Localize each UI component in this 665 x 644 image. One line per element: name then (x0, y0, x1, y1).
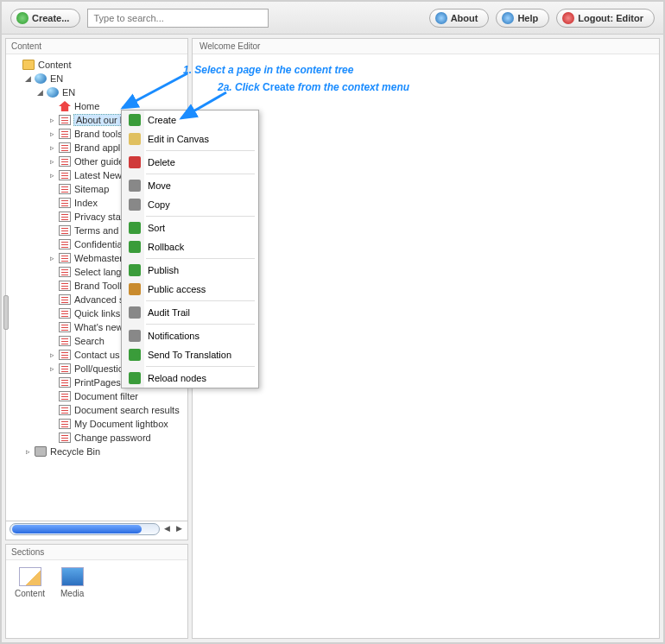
context-menu-item[interactable]: Publish (122, 261, 258, 280)
page-icon (59, 142, 71, 153)
tree-item-label: Home (73, 101, 100, 111)
expand-arrow-icon[interactable]: ◢ (35, 88, 44, 97)
menu-item-icon (129, 349, 141, 361)
page-icon (59, 308, 71, 319)
context-menu-item[interactable]: Copy (122, 195, 258, 214)
page-icon (59, 336, 71, 346)
context-menu-item[interactable]: Rollback (122, 237, 258, 256)
welcome-panel: Welcome Editor (192, 38, 660, 639)
search-input[interactable] (87, 9, 269, 28)
tree-row[interactable]: Change password (8, 431, 186, 445)
menu-item-icon (129, 241, 141, 253)
menu-item-icon (129, 180, 141, 192)
menu-item-icon (129, 330, 141, 342)
tree-row[interactable]: ▹Recycle Bin (8, 445, 186, 458)
create-label: Create... (32, 13, 69, 23)
menu-item-label: Sort (148, 223, 165, 233)
expand-arrow-icon[interactable]: ▹ (48, 254, 56, 262)
menu-separator (146, 174, 255, 174)
content-section-icon (19, 567, 41, 586)
context-menu-item[interactable]: Send To Translation (122, 345, 258, 364)
menu-item-label: Publish (148, 265, 179, 275)
page-icon (59, 267, 71, 277)
about-label: About (451, 13, 478, 23)
context-menu-item[interactable]: Delete (122, 153, 258, 172)
context-menu-item[interactable]: Audit Trail (122, 303, 258, 322)
tree-item-label: Brand tools (73, 129, 124, 139)
help-icon (502, 12, 514, 24)
logout-label: Logout: Editor (578, 13, 643, 23)
expand-arrow-icon[interactable]: ▹ (23, 447, 32, 456)
context-menu-item[interactable]: Sort (122, 218, 258, 237)
page-icon (59, 391, 71, 401)
menu-item-icon (129, 156, 141, 168)
expand-arrow-icon[interactable]: ▹ (48, 143, 56, 152)
menu-item-icon (129, 114, 141, 126)
home-icon (59, 101, 71, 111)
tree-hscroll[interactable]: ◀ ▶ (6, 521, 187, 536)
section-media-label: Media (60, 589, 84, 598)
hscroll-right-icon[interactable]: ▶ (174, 524, 184, 534)
tree-row[interactable]: Content (8, 58, 186, 72)
expand-arrow-icon[interactable]: ▹ (48, 171, 56, 180)
page-icon (59, 212, 71, 222)
section-content-label: Content (15, 589, 45, 598)
menu-item-icon (129, 306, 141, 319)
tree-item-label: EN (61, 87, 76, 98)
annotation-step2: 2a. Click Create from the context menu (218, 81, 409, 93)
tree-item-label: PrintPages (73, 377, 122, 388)
page-icon (59, 253, 71, 263)
about-button[interactable]: About (429, 9, 490, 28)
right-column: Welcome Editor (192, 38, 660, 639)
hscroll-thumb[interactable] (12, 525, 142, 534)
tree-item-label: EN (49, 73, 64, 84)
help-button[interactable]: Help (496, 9, 549, 28)
tree-item-label: Document filter (73, 391, 139, 401)
menu-item-label: Notifications (148, 331, 200, 341)
expand-arrow-icon[interactable]: ▹ (48, 116, 56, 124)
menu-item-label: Audit Trail (148, 307, 190, 318)
page-icon (59, 294, 71, 305)
context-menu-item[interactable]: Move (122, 176, 258, 195)
expand-arrow-icon[interactable]: ▹ (48, 350, 56, 359)
plus-icon (16, 12, 28, 24)
sections-body: Content Media (6, 560, 187, 605)
create-button[interactable]: Create... (10, 9, 80, 28)
context-menu[interactable]: CreateEdit in CanvasDeleteMoveCopySortRo… (121, 110, 259, 388)
menu-separator (146, 216, 255, 217)
tree-item-label: Sitemap (73, 184, 110, 194)
tree-row[interactable]: Document filter (8, 389, 186, 403)
menu-item-icon (129, 264, 141, 276)
context-menu-item[interactable]: Notifications (122, 326, 258, 345)
page-icon (59, 322, 71, 332)
section-media[interactable]: Media (60, 567, 84, 598)
context-menu-item[interactable]: Public access (122, 280, 258, 299)
context-menu-item[interactable]: Create (122, 110, 258, 129)
tree-row[interactable]: ◢EN (8, 85, 186, 99)
tree-row[interactable]: ◢EN (8, 72, 186, 85)
hscroll-track[interactable] (10, 523, 160, 535)
expand-arrow-icon[interactable]: ◢ (23, 74, 32, 83)
info-icon (435, 12, 447, 24)
expand-arrow-icon[interactable]: ▹ (48, 364, 56, 373)
recycle-bin-icon (35, 446, 47, 457)
logout-button[interactable]: Logout: Editor (556, 9, 655, 28)
content-panel-title: Content (6, 39, 187, 54)
context-menu-item[interactable]: Reload nodes (122, 369, 258, 388)
hscroll-left-icon[interactable]: ◀ (162, 524, 172, 534)
page-icon (59, 198, 71, 208)
context-menu-item[interactable]: Edit in Canvas (122, 129, 258, 148)
step2-text-b: from the context menu (294, 81, 409, 93)
menu-item-label: Reload nodes (148, 373, 206, 383)
panel-resize-grip[interactable] (3, 295, 9, 330)
section-content[interactable]: Content (15, 567, 45, 598)
tree-item-label: Content (37, 60, 73, 70)
expand-arrow-icon[interactable]: ▹ (48, 129, 56, 138)
logout-icon (562, 12, 574, 24)
menu-item-icon (129, 372, 141, 384)
tree-row[interactable]: My Document lightbox (8, 417, 186, 431)
tree-row[interactable]: Document search results (8, 403, 186, 417)
expand-arrow-icon[interactable]: ▹ (48, 157, 56, 166)
step2-text-a: Click (235, 81, 263, 93)
help-label: Help (517, 13, 538, 23)
